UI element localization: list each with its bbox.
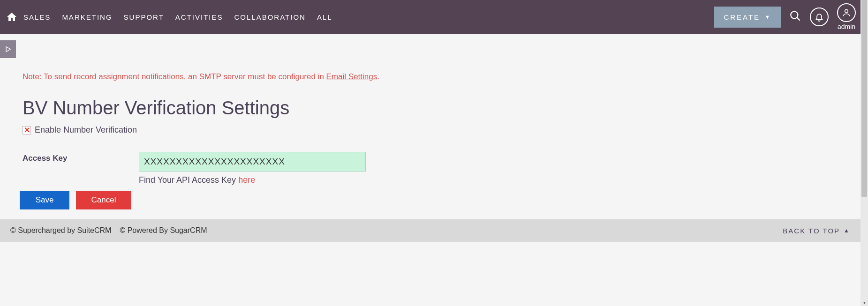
search-icon[interactable] [789, 10, 801, 24]
footer-credit-2: © Powered By SugarCRM [120, 226, 207, 235]
nav-item-support[interactable]: SUPPORT [124, 13, 164, 21]
top-nav: SALES MARKETING SUPPORT ACTIVITIES COLLA… [0, 0, 860, 34]
enable-row: ✕ Enable Number Verification [23, 125, 838, 135]
page-content: Note: To send record assignment notifica… [0, 72, 860, 209]
sidebar-toggle[interactable] [0, 40, 16, 58]
access-key-helper: Find Your API Access Key here [139, 175, 366, 185]
nav-item-collaboration[interactable]: COLLABORATION [234, 13, 306, 21]
smtp-notice: Note: To send record assignment notifica… [23, 72, 838, 82]
nav-item-marketing[interactable]: MARKETING [62, 13, 112, 21]
nav-item-all[interactable]: ALL [317, 13, 332, 21]
vertical-scrollbar[interactable]: ▾ [860, 0, 868, 306]
scrollbar-thumb[interactable] [861, 0, 867, 197]
enable-label: Enable Number Verification [35, 125, 137, 135]
notice-suffix: . [377, 72, 379, 81]
back-to-top[interactable]: BACK TO TOP ▲ [783, 227, 850, 235]
notifications-icon[interactable] [810, 7, 829, 26]
svg-marker-3 [6, 47, 10, 52]
scrollbar-down-arrow[interactable]: ▾ [860, 299, 868, 306]
user-label: admin [838, 23, 855, 30]
helper-prefix: Find Your API Access Key [139, 175, 238, 185]
nav-items: SALES MARKETING SUPPORT ACTIVITIES COLLA… [23, 13, 332, 21]
nav-item-activities[interactable]: ACTIVITIES [175, 13, 223, 21]
create-label: CREATE [724, 13, 760, 21]
svg-point-2 [845, 9, 848, 13]
back-to-top-label: BACK TO TOP [783, 227, 840, 235]
caret-down-icon: ▼ [765, 14, 771, 20]
close-icon: ✕ [24, 127, 30, 134]
nav-left: SALES MARKETING SUPPORT ACTIVITIES COLLA… [3, 0, 332, 34]
access-key-row: Access Key Find Your API Access Key here [23, 152, 838, 185]
access-key-input[interactable] [139, 152, 366, 172]
access-key-label: Access Key [23, 152, 139, 163]
notice-prefix: Note: To send record assignment notifica… [23, 72, 326, 81]
footer: © Supercharged by SuiteCRM © Powered By … [0, 219, 860, 242]
user-icon[interactable] [837, 3, 856, 22]
access-key-field: Find Your API Access Key here [139, 152, 366, 185]
create-button[interactable]: CREATE ▼ [714, 7, 781, 28]
home-icon[interactable] [3, 11, 21, 22]
svg-point-0 [791, 11, 798, 18]
user-menu[interactable]: admin [837, 3, 856, 30]
page-title: BV Number Verification Settings [23, 97, 838, 119]
triangle-up-icon: ▲ [844, 227, 850, 234]
nav-item-sales[interactable]: SALES [23, 13, 51, 21]
footer-credit-1: © Supercharged by SuiteCRM [10, 226, 111, 235]
enable-checkbox[interactable]: ✕ [23, 126, 31, 134]
nav-right: CREATE ▼ admin [714, 3, 858, 30]
cancel-button[interactable]: Cancel [76, 191, 131, 209]
footer-left: © Supercharged by SuiteCRM © Powered By … [10, 226, 207, 235]
svg-line-1 [797, 17, 800, 21]
button-row: Save Cancel [20, 191, 838, 209]
api-key-link[interactable]: here [238, 175, 255, 185]
email-settings-link[interactable]: Email Settings [326, 72, 377, 81]
save-button[interactable]: Save [20, 191, 69, 209]
